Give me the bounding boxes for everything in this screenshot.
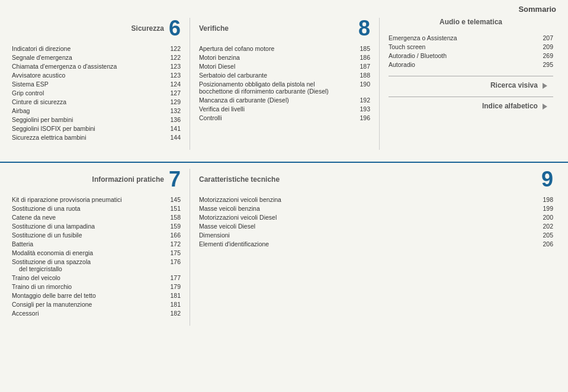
list-item: Autoradio / Bluetooth 269 (389, 51, 553, 60)
informazioni-number: 7 (169, 169, 181, 190)
list-item: Verifica dei livelli 193 (199, 104, 370, 113)
list-item: Sostituzione di una ruota 151 (12, 204, 181, 213)
list-item: Seggiolini ISOFIX per bambini 141 (12, 124, 181, 133)
verifiche-list: Apertura del cofano motore 185 Motori be… (199, 44, 370, 122)
list-item: Grip control 127 (12, 88, 181, 97)
list-item: Sicurezza elettrica bambini 144 (12, 133, 181, 142)
list-item: Elementi d'identificazione 206 (199, 239, 553, 248)
list-item: Cinture di sicurezza 129 (12, 97, 181, 106)
list-item: Modalità economia di energia 175 (12, 248, 181, 257)
list-item: Montaggio delle barre del tetto 181 (12, 291, 181, 300)
divider2 (389, 97, 553, 97)
indice-row: Indice alfabetico (389, 102, 553, 110)
list-item: Indicatori di direzione 122 (12, 44, 181, 53)
caratteristiche-number: 9 (541, 169, 553, 190)
divider (389, 76, 553, 76)
list-item: Airbag 132 (12, 106, 181, 115)
list-item: Posizionamento obbligato della pistola n… (199, 79, 370, 95)
caratteristiche-section: Caratteristiche tecniche 9 Motorizzazion… (190, 169, 562, 326)
sicurezza-header: Sicurezza 6 (12, 18, 181, 39)
list-item: Avvisatore acustico 123 (12, 70, 181, 79)
list-item: Traino del veicolo 177 (12, 273, 181, 282)
ricerca-row: Ricerca visiva (389, 81, 553, 89)
ricerca-arrow-icon (543, 83, 547, 89)
list-item: Touch screen 209 (389, 42, 553, 51)
list-item: Chiamata d'emergenza o d'assistenza 123 (12, 62, 181, 70)
sicurezza-list: Indicatori di direzione 122 Segnale d'em… (12, 44, 181, 142)
list-item: Controlli 196 (199, 113, 370, 122)
verifiche-title: Verifiche (199, 24, 229, 33)
caratteristiche-list: Motorizzazioni veicoli benzina 198 Masse… (199, 195, 553, 248)
sicurezza-title: Sicurezza (131, 24, 164, 33)
list-item: Masse veicoli Diesel 202 (199, 221, 553, 230)
verifiche-number: 8 (358, 18, 370, 39)
list-item: Masse veicoli benzina 199 (199, 204, 553, 213)
indice-arrow-icon (543, 104, 547, 110)
list-item: Accessori 182 (12, 309, 181, 317)
list-item: Seggiolini per bambini 136 (12, 115, 181, 124)
list-item: Emergenza o Assistenza 207 (389, 33, 553, 42)
list-item: Kit di riparazione provvisoria pneumatic… (12, 195, 181, 204)
top-grid: Sicurezza 6 Indicatori di direzione 122 … (0, 0, 568, 156)
list-item: Traino di un rimorchio 179 (12, 282, 181, 291)
list-item: Dimensioni 205 (199, 230, 553, 239)
list-item: Serbatoio del carburante 188 (199, 70, 370, 79)
list-item: Autoradio 295 (389, 60, 553, 69)
audio-list: Emergenza o Assistenza 207 Touch screen … (389, 33, 553, 69)
caratteristiche-title: Caratteristiche tecniche (199, 175, 280, 184)
list-item: Motorizzazioni veicoli Diesel 200 (199, 213, 553, 221)
list-item: Apertura del cofano motore 185 (199, 44, 370, 53)
list-item: Sostituzione di una lampadina 159 (12, 221, 181, 230)
list-item: Motori Diesel 187 (199, 62, 370, 70)
page-title: Sommario (518, 5, 556, 14)
list-item: Sostituzione di una spazzoladel tergicri… (12, 257, 181, 273)
list-item: Batteria 172 (12, 239, 181, 248)
sicurezza-number: 6 (169, 18, 181, 39)
informazioni-header: Informazioni pratiche 7 (12, 169, 181, 190)
sicurezza-section: Sicurezza 6 Indicatori di direzione 122 … (6, 18, 190, 150)
ricerca-label: Ricerca visiva (490, 81, 538, 89)
informazioni-section: Informazioni pratiche 7 Kit di riparazio… (6, 169, 190, 326)
audio-title: Audio e telematica (439, 18, 502, 26)
audio-section: Audio e telematica Emergenza o Assistenz… (379, 18, 562, 150)
caratteristiche-header: Caratteristiche tecniche 9 (199, 169, 553, 190)
verifiche-section: Verifiche 8 Apertura del cofano motore 1… (190, 18, 379, 150)
list-item: Catene da neve 158 (12, 213, 181, 221)
list-item: Mancanza di carburante (Diesel) 192 (199, 95, 370, 104)
list-item: Consigli per la manutenzione 181 (12, 300, 181, 309)
indice-label: Indice alfabetico (482, 102, 538, 110)
list-item: Segnale d'emergenza 122 (12, 53, 181, 62)
list-item: Sostituzione di un fusibile 166 (12, 230, 181, 239)
list-item: Sistema ESP 124 (12, 79, 181, 88)
informazioni-title: Informazioni pratiche (92, 175, 164, 184)
informazioni-list: Kit di riparazione provvisoria pneumatic… (12, 195, 181, 317)
bottom-grid: Informazioni pratiche 7 Kit di riparazio… (0, 162, 568, 332)
list-item: Motori benzina 186 (199, 53, 370, 62)
verifiche-header: Verifiche 8 (199, 18, 370, 39)
list-item: Motorizzazioni veicoli benzina 198 (199, 195, 553, 204)
